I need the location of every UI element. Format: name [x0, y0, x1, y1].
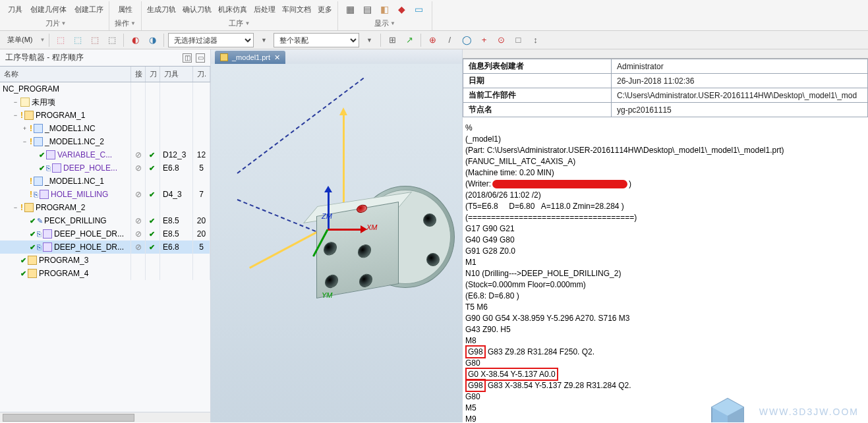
- diam-cell: 5: [193, 240, 210, 254]
- tree-root[interactable]: NC_PROGRAM: [0, 82, 210, 96]
- close-icon[interactable]: ✕: [274, 53, 280, 62]
- rib-item[interactable]: 车间文档: [282, 5, 311, 14]
- chevron-down-icon[interactable]: ▼: [245, 20, 250, 26]
- rib-item[interactable]: 机床仿真: [218, 5, 247, 14]
- menu-button[interactable]: 菜单(M): [3, 33, 38, 47]
- tree-label: HOLE_MILLING: [51, 190, 108, 199]
- warning-icon: !: [30, 137, 32, 146]
- file-tab[interactable]: _model1.prt ✕: [215, 51, 285, 64]
- rib-item[interactable]: 刀具: [8, 5, 22, 14]
- tree-label: _MODEL1.NC: [45, 124, 96, 133]
- rib-group-label: 显示: [374, 18, 389, 28]
- nc-icon: [34, 177, 43, 186]
- hscrollbar[interactable]: [0, 412, 210, 422]
- navigator-title: 工序导航器 - 程序顺序: [5, 52, 84, 63]
- tool-icon[interactable]: □: [511, 33, 525, 47]
- tree[interactable]: NC_PROGRAM −未用项 −!PROGRAM_1+!_MODEL1.NC−…: [0, 82, 210, 412]
- close-icon[interactable]: ▭: [196, 53, 205, 63]
- prog-icon: [28, 269, 37, 278]
- chevron-down-icon[interactable]: ▼: [390, 20, 395, 26]
- chevron-down-icon[interactable]: ▼: [362, 33, 376, 47]
- tool-icon[interactable]: ↗: [402, 33, 417, 47]
- expand-icon[interactable]: −: [12, 112, 19, 119]
- tool-icon[interactable]: ⊞: [385, 33, 399, 47]
- tree-row[interactable]: ✔✎PECK_DRILLING⊘✔E8.520: [0, 214, 210, 227]
- tool-icon[interactable]: ⬚: [71, 33, 85, 47]
- col-b[interactable]: 刀: [146, 67, 160, 82]
- rib-item[interactable]: 生成刀轨: [147, 5, 176, 14]
- drill-icon: ⎘: [37, 230, 42, 238]
- info-scrollstrip[interactable]: [463, 49, 868, 59]
- display-icon[interactable]: ▦: [343, 2, 358, 16]
- tree-row[interactable]: +!_MODEL1.NC: [0, 122, 210, 135]
- diam-cell: [193, 254, 210, 267]
- tree-row[interactable]: !⎘HOLE_MILLING⊘✔D4_37: [0, 188, 210, 201]
- scrollbar-thumb[interactable]: [3, 414, 134, 422]
- col-d[interactable]: 刀.: [193, 67, 210, 82]
- chevron-down-icon[interactable]: ▼: [130, 20, 136, 26]
- file-icon: [220, 53, 228, 61]
- diam-cell: 7: [193, 188, 210, 201]
- tree-row[interactable]: ✔⎘DEEP_HOLE...⊘✔E6.85: [0, 161, 210, 175]
- assembly-select[interactable]: 整个装配: [274, 33, 359, 47]
- diam-cell: [193, 135, 210, 148]
- rib-item[interactable]: 创建工序: [74, 5, 103, 14]
- rib-item[interactable]: 属性: [118, 5, 132, 14]
- tree-row[interactable]: ✔⎘DEEP_HOLE_DR...⊘✔E8.520: [0, 227, 210, 240]
- tool-icon[interactable]: ◯: [459, 33, 474, 47]
- expand-icon[interactable]: −: [21, 138, 28, 146]
- nc-code[interactable]: % (_model1) (Part: C:\Users\Administrato…: [463, 117, 868, 422]
- display-icon[interactable]: ▭: [412, 2, 426, 16]
- diam-cell: 5: [193, 161, 210, 175]
- tool-icon[interactable]: ⊙: [494, 33, 508, 47]
- tool-icon[interactable]: ⊕: [425, 33, 440, 47]
- rib-item[interactable]: 更多: [318, 5, 332, 14]
- axis-label-xm: XM: [366, 223, 378, 231]
- expand-icon[interactable]: −: [12, 204, 19, 212]
- col-a[interactable]: 接: [131, 67, 146, 82]
- 3d-canvas[interactable]: XM ZM YM: [211, 64, 462, 422]
- tool-icon[interactable]: ⬚: [53, 33, 68, 47]
- axis-label-zm: ZM: [322, 212, 332, 220]
- tree-row[interactable]: −!_MODEL1.NC_2: [0, 135, 210, 148]
- tree-row[interactable]: ✔PROGRAM_4: [0, 267, 210, 280]
- chevron-down-icon[interactable]: ▼: [61, 20, 67, 26]
- tree-label: PROGRAM_3: [39, 256, 88, 265]
- expand-icon[interactable]: +: [21, 125, 28, 132]
- diam-cell: 12: [193, 148, 210, 161]
- col-tool[interactable]: 刀具: [160, 67, 193, 82]
- tree-row[interactable]: −!PROGRAM_2: [0, 201, 210, 214]
- tool-icon[interactable]: /: [442, 33, 457, 47]
- tool-icon[interactable]: ⬚: [88, 33, 102, 47]
- folder-icon: [20, 98, 30, 107]
- display-icon[interactable]: ◧: [378, 2, 392, 16]
- tree-unused[interactable]: −未用项: [0, 96, 210, 109]
- diam-cell: [193, 122, 210, 135]
- col-name[interactable]: 名称: [0, 67, 131, 82]
- tree-row[interactable]: ✔VARIABLE_C...⊘✔D12_312: [0, 148, 210, 161]
- tree-row[interactable]: ✔⎘DEEP_HOLE_DR...⊘✔E6.85: [0, 240, 210, 254]
- tool-cell: [160, 254, 193, 267]
- tree-row[interactable]: −!PROGRAM_1: [0, 109, 210, 122]
- navigator-title-bar: 工序导航器 - 程序顺序 ◫▭: [0, 49, 210, 66]
- operation-navigator: 工序导航器 - 程序顺序 ◫▭ 名称 接 刀 刀具 刀. NC_PROGRAM …: [0, 49, 211, 422]
- tool-icon[interactable]: ◐: [128, 33, 142, 47]
- pin-icon[interactable]: ◫: [183, 53, 192, 63]
- display-icon[interactable]: ▤: [361, 2, 375, 16]
- display-icon[interactable]: ◆: [395, 2, 409, 16]
- status-icon: ⊘: [135, 242, 142, 252]
- tool-icon[interactable]: ⬚: [105, 33, 119, 47]
- rib-item[interactable]: 创建几何体: [30, 5, 67, 14]
- filter-select[interactable]: 无选择过滤器: [168, 33, 254, 47]
- op-icon: [46, 150, 55, 159]
- rib-group-label: 刀片: [45, 18, 60, 28]
- tool-icon[interactable]: ↕: [528, 33, 542, 47]
- rib-item[interactable]: 确认刀轨: [183, 5, 212, 14]
- chevron-down-icon[interactable]: ▼: [256, 33, 271, 47]
- info-row: 日期26-Jun-2018 11:02:36: [463, 74, 868, 88]
- tool-icon[interactable]: +: [477, 33, 491, 47]
- tool-icon[interactable]: ◑: [145, 33, 159, 47]
- rib-item[interactable]: 后处理: [254, 5, 275, 14]
- tree-row[interactable]: !_MODEL1.NC_1: [0, 175, 210, 188]
- tree-row[interactable]: ✔PROGRAM_3: [0, 254, 210, 267]
